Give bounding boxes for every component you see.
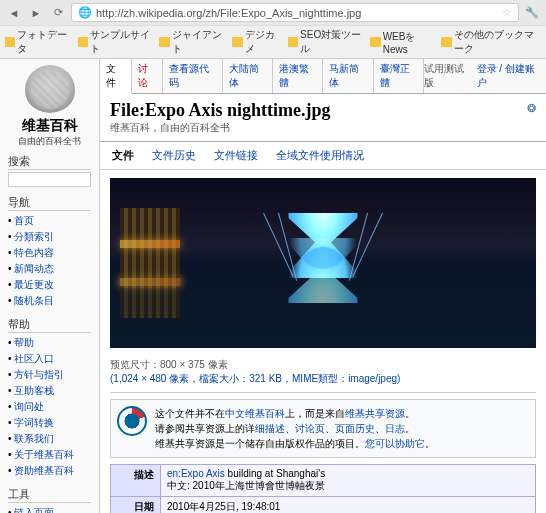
folder-icon xyxy=(232,37,242,47)
commons-link[interactable]: 讨论页 xyxy=(295,423,325,434)
content-area: 文件 讨论 查看源代码 大陆简体 港澳繁體 马新简体 臺灣正體 试用测试版 登录… xyxy=(100,59,546,513)
tab-variant[interactable]: 马新简体 xyxy=(323,59,373,93)
help-link[interactable]: 资助维基百科 xyxy=(14,465,74,476)
file-tab[interactable]: 文件链接 xyxy=(214,148,258,163)
bookmark-item[interactable]: フォトデータ xyxy=(5,28,70,56)
search-heading: 搜索 xyxy=(8,154,91,170)
file-tabs: 文件 文件历史 文件链接 全域文件使用情况 xyxy=(100,142,546,170)
commons-link[interactable]: 您可以协助它 xyxy=(365,438,425,449)
bookmark-item[interactable]: SEO対策ツール xyxy=(288,28,363,56)
url-text: http://zh.wikipedia.org/zh/File:Expo_Axi… xyxy=(96,7,361,19)
meta-value: en:Expo Axis building at Shanghai's 中文: … xyxy=(161,465,536,497)
nav-heading: 导航 xyxy=(8,195,91,211)
bookmark-item[interactable]: サンプルサイト xyxy=(78,28,152,56)
commons-link[interactable]: 日志 xyxy=(385,423,405,434)
search-input[interactable] xyxy=(8,172,91,187)
folder-icon xyxy=(288,37,298,47)
folder-icon xyxy=(159,37,169,47)
page-subtitle: 维基百科，自由的百科全书 xyxy=(100,121,546,142)
help-link[interactable]: 互助客栈 xyxy=(14,385,54,396)
help-link[interactable]: 联系我们 xyxy=(14,433,54,444)
nav-link[interactable]: 最近更改 xyxy=(14,279,54,290)
page-title: File:Expo Axis nighttime.jpg xyxy=(100,94,546,121)
folder-icon xyxy=(441,37,451,47)
file-image[interactable] xyxy=(110,178,536,348)
commons-notice: 这个文件并不在中文维基百科上，而是来自维基共享资源。 请参阅共享资源上的详细描述… xyxy=(110,399,536,458)
bookmark-item[interactable]: WEBをNews xyxy=(370,30,433,55)
logo-subtitle: 自由的百科全书 xyxy=(8,135,91,148)
meta-label: 日期 xyxy=(111,497,161,514)
help-link[interactable]: 帮助 xyxy=(14,337,34,348)
login-link[interactable]: 登录 / 创建账户 xyxy=(477,62,540,90)
tools-link[interactable]: 链入页面 xyxy=(14,507,54,513)
help-heading: 帮助 xyxy=(8,317,91,333)
bookmark-item[interactable]: ジャイアント xyxy=(159,28,224,56)
forward-button[interactable]: ► xyxy=(27,4,45,22)
star-icon[interactable]: ☆ xyxy=(502,6,512,19)
tab-talk[interactable]: 讨论 xyxy=(132,59,164,93)
meta-value: 2010年4月25日, 19:48:01 xyxy=(161,497,536,514)
help-link[interactable]: 询问处 xyxy=(14,401,44,412)
commons-link[interactable]: 中文维基百科 xyxy=(225,408,285,419)
tab-variant[interactable]: 大陆简体 xyxy=(223,59,273,93)
meta-link[interactable]: en:Expo Axis xyxy=(167,468,225,479)
nav-link[interactable]: 分類索引 xyxy=(14,231,54,242)
help-link[interactable]: 关于维基百科 xyxy=(14,449,74,460)
commons-logo-icon xyxy=(117,406,147,436)
globe-icon: 🌐 xyxy=(78,6,92,19)
nav-link[interactable]: 随机条目 xyxy=(14,295,54,306)
tab-file[interactable]: 文件 xyxy=(100,59,132,94)
help-link[interactable]: 字词转换 xyxy=(14,417,54,428)
wikipedia-logo-icon xyxy=(25,65,75,115)
top-tabs: 文件 讨论 查看源代码 大陆简体 港澳繁體 马新简体 臺灣正體 试用测试版 登录… xyxy=(100,59,546,94)
wrench-icon[interactable]: 🔧 xyxy=(523,4,541,22)
folder-icon xyxy=(78,37,88,47)
logo[interactable]: 维基百科 自由的百科全书 xyxy=(8,65,91,148)
reload-button[interactable]: ⟳ xyxy=(49,4,67,22)
url-bar[interactable]: 🌐 http://zh.wikipedia.org/zh/File:Expo_A… xyxy=(71,3,519,22)
commons-link[interactable]: 页面历史 xyxy=(335,423,375,434)
help-link[interactable]: 社区入口 xyxy=(14,353,54,364)
commons-star-icon: ❂ xyxy=(527,102,536,115)
tab-variant[interactable]: 臺灣正體 xyxy=(374,59,424,93)
back-button[interactable]: ◄ xyxy=(5,4,23,22)
bookmark-item[interactable]: デジカメ xyxy=(232,28,279,56)
trial-link[interactable]: 试用测试版 xyxy=(424,62,470,90)
help-link[interactable]: 方针与指引 xyxy=(14,369,64,380)
tab-variant[interactable]: 港澳繁體 xyxy=(273,59,323,93)
resolution-link[interactable]: (1,024 × 480 像素，檔案大小：321 KB，MIME類型：image… xyxy=(110,373,400,384)
other-bookmarks[interactable]: その他のブックマーク xyxy=(441,28,541,56)
tab-source[interactable]: 查看源代码 xyxy=(163,59,223,93)
logo-title: 维基百科 xyxy=(8,117,91,135)
tools-heading: 工具 xyxy=(8,487,91,503)
image-caption: 预览尺寸：800 × 375 像素 (1,024 × 480 像素，檔案大小：3… xyxy=(100,356,546,388)
metadata-table: 描述 en:Expo Axis building at Shanghai's 中… xyxy=(110,464,536,513)
sidebar: 维基百科 自由的百科全书 搜索 导航 • 首页 • 分類索引 • 特色内容 • … xyxy=(0,59,100,513)
commons-link[interactable]: 维基共享资源 xyxy=(345,408,405,419)
file-tab[interactable]: 文件历史 xyxy=(152,148,196,163)
bookmark-bar: フォトデータ サンプルサイト ジャイアント デジカメ SEO対策ツール WEBを… xyxy=(0,25,546,58)
file-tab[interactable]: 文件 xyxy=(112,148,134,163)
file-tab[interactable]: 全域文件使用情况 xyxy=(276,148,364,163)
folder-icon xyxy=(370,37,380,47)
commons-link[interactable]: 细描述 xyxy=(255,423,285,434)
folder-icon xyxy=(5,37,15,47)
meta-label: 描述 xyxy=(111,465,161,497)
nav-link[interactable]: 新闻动态 xyxy=(14,263,54,274)
nav-link[interactable]: 特色内容 xyxy=(14,247,54,258)
nav-link[interactable]: 首页 xyxy=(14,215,34,226)
